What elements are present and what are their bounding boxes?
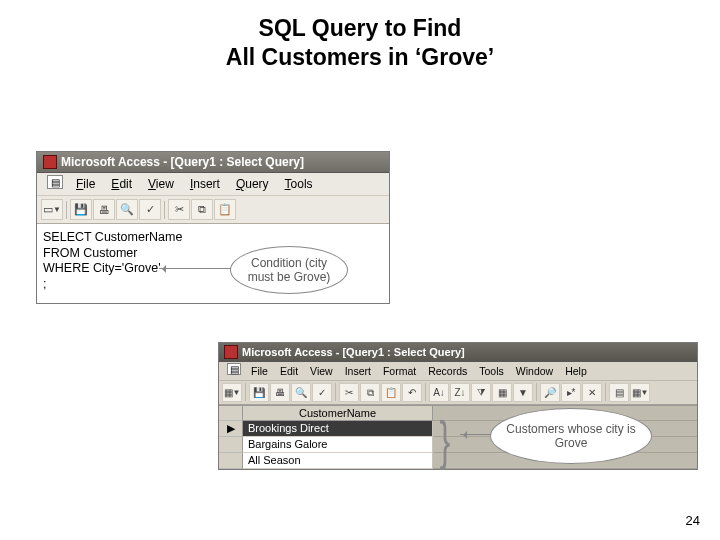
menu-format[interactable]: Format bbox=[377, 363, 422, 379]
slide-title: SQL Query to Find All Customers in ‘Grov… bbox=[0, 0, 720, 72]
view-mode-button[interactable]: ▦▼ bbox=[222, 383, 242, 402]
apply-filter-button[interactable]: ▼ bbox=[513, 383, 533, 402]
cut-button[interactable]: ✂ bbox=[168, 199, 190, 220]
title-bar: Microsoft Access - [Query1 : Select Quer… bbox=[37, 152, 389, 173]
menu-edit[interactable]: Edit bbox=[274, 363, 304, 379]
slide-title-line2: All Customers in ‘Grove’ bbox=[0, 43, 720, 72]
access-app-icon bbox=[43, 155, 57, 169]
menu-bar: ▤ File Edit View Insert Query Tools bbox=[37, 173, 389, 196]
title-bar: Microsoft Access - [Query1 : Select Quer… bbox=[219, 343, 697, 362]
spelling-button[interactable]: ✓ bbox=[139, 199, 161, 220]
find-button[interactable]: 🔎 bbox=[540, 383, 560, 402]
sort-desc-button[interactable]: Z↓ bbox=[450, 383, 470, 402]
callout-results: Customers whose city is Grove bbox=[490, 408, 652, 464]
menu-insert[interactable]: Insert bbox=[183, 175, 227, 193]
callout-text: Customers whose city is Grove bbox=[497, 422, 645, 451]
menu-query[interactable]: Query bbox=[229, 175, 276, 193]
curly-brace-icon: } bbox=[440, 413, 451, 467]
window-title: Microsoft Access - [Query1 : Select Quer… bbox=[61, 155, 304, 169]
callout-ellipse: Condition (city must be Grove) bbox=[230, 246, 348, 294]
access-app-icon bbox=[224, 345, 238, 359]
menu-tools[interactable]: Tools bbox=[473, 363, 510, 379]
new-record-button[interactable]: ▸* bbox=[561, 383, 581, 402]
row-selector[interactable] bbox=[219, 437, 243, 453]
toolbar: ▭▼ 💾 🖶 🔍 ✓ ✂ ⧉ 📋 bbox=[37, 196, 389, 224]
view-mode-button[interactable]: ▭▼ bbox=[41, 199, 63, 220]
separator bbox=[66, 201, 67, 219]
copy-button[interactable]: ⧉ bbox=[191, 199, 213, 220]
filter-selection-button[interactable]: ⧩ bbox=[471, 383, 491, 402]
menu-help[interactable]: Help bbox=[559, 363, 593, 379]
spelling-button[interactable]: ✓ bbox=[312, 383, 332, 402]
slide-title-line1: SQL Query to Find bbox=[0, 14, 720, 43]
database-window-button[interactable]: ▤ bbox=[609, 383, 629, 402]
toolbar: ▦▼ 💾 🖶 🔍 ✓ ✂ ⧉ 📋 ↶ A↓ Z↓ ⧩ ▦ ▼ 🔎 ▸* ✕ ▤ … bbox=[219, 381, 697, 405]
menu-insert[interactable]: Insert bbox=[339, 363, 377, 379]
separator bbox=[536, 383, 537, 401]
window-title: Microsoft Access - [Query1 : Select Quer… bbox=[242, 346, 465, 358]
separator bbox=[164, 201, 165, 219]
sort-asc-button[interactable]: A↓ bbox=[429, 383, 449, 402]
save-button[interactable]: 💾 bbox=[70, 199, 92, 220]
data-cell[interactable]: All Season bbox=[243, 453, 433, 469]
sql-line: SELECT CustomerName bbox=[43, 230, 383, 246]
column-header[interactable]: CustomerName bbox=[243, 406, 433, 421]
data-cell[interactable]: Bargains Galore bbox=[243, 437, 433, 453]
menu-view[interactable]: View bbox=[304, 363, 339, 379]
callout-leader-line bbox=[159, 268, 232, 269]
print-button[interactable]: 🖶 bbox=[270, 383, 290, 402]
cut-button[interactable]: ✂ bbox=[339, 383, 359, 402]
menu-file[interactable]: File bbox=[245, 363, 274, 379]
separator bbox=[425, 383, 426, 401]
menu-edit[interactable]: Edit bbox=[104, 175, 139, 193]
paste-button[interactable]: 📋 bbox=[214, 199, 236, 220]
print-preview-button[interactable]: 🔍 bbox=[116, 199, 138, 220]
menu-view[interactable]: View bbox=[141, 175, 181, 193]
undo-button[interactable]: ↶ bbox=[402, 383, 422, 402]
menu-window[interactable]: Window bbox=[510, 363, 559, 379]
paste-button[interactable]: 📋 bbox=[381, 383, 401, 402]
callout-leader-line bbox=[460, 434, 493, 435]
callout-ellipse: Customers whose city is Grove bbox=[490, 408, 652, 464]
document-icon: ▤ bbox=[227, 363, 241, 375]
separator bbox=[335, 383, 336, 401]
callout-condition: Condition (city must be Grove) bbox=[230, 246, 348, 294]
menu-file[interactable]: File bbox=[69, 175, 102, 193]
document-icon: ▤ bbox=[47, 175, 63, 189]
row-selector-current[interactable]: ▶ bbox=[219, 421, 243, 437]
separator bbox=[245, 383, 246, 401]
menu-tools[interactable]: Tools bbox=[278, 175, 320, 193]
menu-bar: ▤ File Edit View Insert Format Records T… bbox=[219, 362, 697, 381]
row-selector-header[interactable] bbox=[219, 406, 243, 421]
new-object-button[interactable]: ▦▼ bbox=[630, 383, 650, 402]
data-cell[interactable]: Brookings Direct bbox=[243, 421, 433, 437]
separator bbox=[605, 383, 606, 401]
save-button[interactable]: 💾 bbox=[249, 383, 269, 402]
row-selector[interactable] bbox=[219, 453, 243, 469]
print-preview-button[interactable]: 🔍 bbox=[291, 383, 311, 402]
page-number: 24 bbox=[686, 513, 700, 528]
delete-record-button[interactable]: ✕ bbox=[582, 383, 602, 402]
copy-button[interactable]: ⧉ bbox=[360, 383, 380, 402]
menu-records[interactable]: Records bbox=[422, 363, 473, 379]
print-button[interactable]: 🖶 bbox=[93, 199, 115, 220]
filter-form-button[interactable]: ▦ bbox=[492, 383, 512, 402]
callout-text: Condition (city must be Grove) bbox=[237, 256, 341, 285]
